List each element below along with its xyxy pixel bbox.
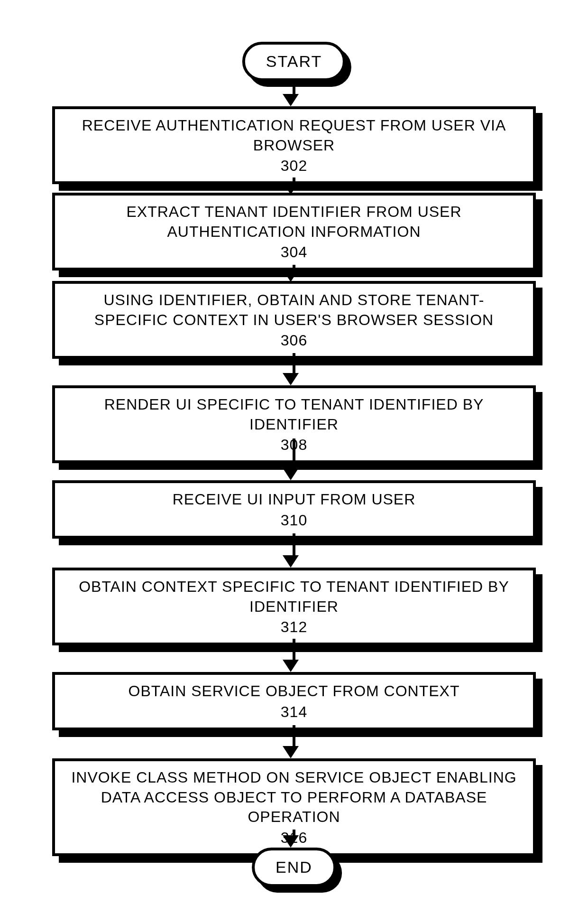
step-label: OBTAIN SERVICE OBJECT FROM CONTEXT xyxy=(69,681,519,701)
arrow-icon xyxy=(289,177,299,195)
process-step: RECEIVE AUTHENTICATION REQUEST FROM USER… xyxy=(52,106,536,184)
step-number: 312 xyxy=(69,618,519,636)
step-number: 314 xyxy=(69,703,519,721)
process-step: USING IDENTIFIER, OBTAIN AND STORE TENAN… xyxy=(52,281,536,359)
process-step: OBTAIN SERVICE OBJECT FROM CONTEXT 314 xyxy=(52,672,536,730)
terminal-start: START xyxy=(242,42,346,81)
flowchart-canvas: START RECEIVE AUTHENTICATION REQUEST FRO… xyxy=(0,0,588,905)
arrow-icon xyxy=(289,84,299,106)
step-number: 302 xyxy=(69,157,519,175)
step-number: 306 xyxy=(69,332,519,349)
process-step: EXTRACT TENANT IDENTIFIER FROM USER AUTH… xyxy=(52,193,536,271)
arrow-icon xyxy=(289,533,299,568)
terminal-end-label: END xyxy=(276,858,312,876)
step-number: 310 xyxy=(69,512,519,529)
arrow-icon xyxy=(289,639,299,672)
process-step: RECEIVE UI INPUT FROM USER 310 xyxy=(52,480,536,539)
step-label: OBTAIN CONTEXT SPECIFIC TO TENANT IDENTI… xyxy=(69,577,519,616)
step-label: USING IDENTIFIER, OBTAIN AND STORE TENAN… xyxy=(69,290,519,330)
terminal-end: END xyxy=(252,848,336,887)
terminal-start-label: START xyxy=(266,52,322,70)
arrow-icon xyxy=(289,830,299,848)
arrow-icon xyxy=(289,265,299,282)
step-label: RENDER UI SPECIFIC TO TENANT IDENTIFIED … xyxy=(69,395,519,434)
process-step: OBTAIN CONTEXT SPECIFIC TO TENANT IDENTI… xyxy=(52,568,536,645)
step-label: RECEIVE UI INPUT FROM USER xyxy=(69,490,519,510)
step-label: RECEIVE AUTHENTICATION REQUEST FROM USER… xyxy=(69,116,519,155)
arrow-icon xyxy=(289,725,299,758)
step-number: 304 xyxy=(69,243,519,261)
step-label: INVOKE CLASS METHOD ON SERVICE OBJECT EN… xyxy=(69,768,519,827)
arrow-icon xyxy=(289,353,299,385)
step-label: EXTRACT TENANT IDENTIFIER FROM USER AUTH… xyxy=(69,202,519,242)
arrow-icon xyxy=(289,439,299,480)
